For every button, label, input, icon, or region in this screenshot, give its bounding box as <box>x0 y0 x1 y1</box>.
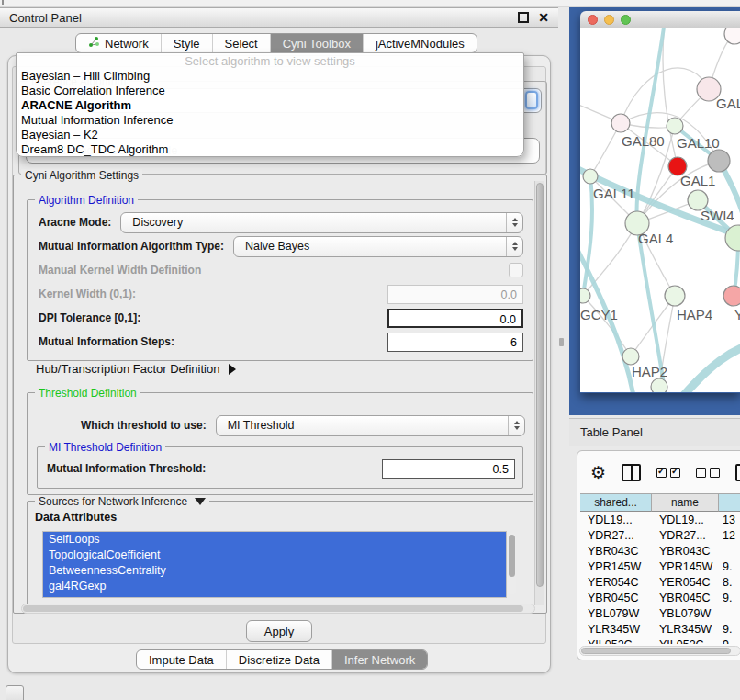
tab-impute-data[interactable]: Impute Data <box>137 650 226 669</box>
cell: YDR27... <box>652 529 719 542</box>
combobox-stepper-icon[interactable] <box>525 91 538 109</box>
tab-label: Style <box>174 37 200 51</box>
dropdown-item-basic-correlation-inference[interactable]: Basic Correlation Inference <box>17 84 523 98</box>
apply-button[interactable]: Apply <box>246 620 312 642</box>
settings-vertical-scrollbar[interactable] <box>534 181 544 605</box>
network-node[interactable] <box>651 378 667 392</box>
minimize-window-icon[interactable] <box>604 15 614 25</box>
cell: 9. <box>719 560 740 573</box>
mi-type-label: Mutual Information Algorithm Type: <box>39 240 224 253</box>
table-row[interactable]: YLR345WYLR345W9. <box>580 621 740 637</box>
dropdown-item-mutual-information-inference[interactable]: Mutual Information Inference <box>17 113 523 128</box>
zoom-window-icon[interactable] <box>621 15 631 25</box>
table-horizontal-scrollbar[interactable] <box>579 646 740 656</box>
attribute-item-selfloops[interactable]: SelfLoops <box>43 532 506 548</box>
manual-kernel-checkbox[interactable] <box>509 263 523 277</box>
table-panel-title: Table Panel <box>580 425 643 439</box>
tab-label: Discretize Data <box>239 653 320 667</box>
network-edge <box>683 344 740 392</box>
dropdown-item-bayesian-hill-climbing[interactable]: Bayesian – Hill Climbing <box>17 69 523 84</box>
which-threshold-combobox[interactable]: MI Threshold <box>216 415 525 436</box>
cell: 12 <box>719 529 740 542</box>
gear-icon[interactable]: ⚙ <box>590 464 606 481</box>
column-header-shared[interactable]: shared... <box>580 493 652 512</box>
hub-definition-expander[interactable]: Hub/Transcription Factor Definition <box>36 362 236 376</box>
attribute-item-gal4rgexp[interactable]: gal4RGexp <box>43 579 506 594</box>
network-node-y[interactable] <box>723 286 740 306</box>
table-row[interactable]: YDR27...YDR27...12 <box>580 527 740 543</box>
tab-label: Cyni Toolbox <box>283 37 351 51</box>
aracne-mode-combobox[interactable]: Discovery <box>120 212 523 233</box>
network-canvas[interactable]: GALGAL80GAL10GAL11GAL1SWI4GAL4GCY1HAP4YH… <box>580 28 740 392</box>
table-row[interactable]: YER054CYER054C8. <box>580 574 740 590</box>
cyni-algorithm-settings-group: Cyni Algorithm Settings Algorithm Defini… <box>13 175 547 614</box>
sources-group-title[interactable]: Sources for Network Inference <box>35 495 209 508</box>
tab-select[interactable]: Select <box>212 34 270 52</box>
close-window-icon[interactable] <box>588 15 598 25</box>
dropdown-item-dream8-dc-tdc-algorithm[interactable]: Dream8 DC_TDC Algorithm <box>17 142 523 157</box>
sources-group: Sources for Network Inference Data Attri… <box>27 501 533 609</box>
data-attributes-list[interactable]: SelfLoopsTopologicalCoefficientBetweenne… <box>42 531 507 598</box>
table-panel-titlebar: Table Panel <box>569 418 740 446</box>
dpi-tolerance-field[interactable]: 0.0 <box>387 309 523 328</box>
dropdown-item-aracne-algorithm[interactable]: ARACNE Algorithm <box>17 98 523 113</box>
table-row[interactable]: YBR043CYBR043C <box>580 543 740 559</box>
table-row[interactable]: YPR145WYPR145W9. <box>580 559 740 574</box>
dropdown-item-bayesian-k2[interactable]: Bayesian – K2 <box>17 128 523 142</box>
network-window: GALGAL80GAL10GAL11GAL1SWI4GAL4GCY1HAP4YH… <box>580 11 740 393</box>
settings-horizontal-scrollbar[interactable] <box>21 604 535 614</box>
table-row[interactable]: YDL19...YDL19...13 <box>580 512 740 527</box>
mi-threshold-field[interactable]: 0.5 <box>382 459 515 479</box>
stepper-icon <box>506 213 522 232</box>
network-node-gal11[interactable] <box>583 169 598 184</box>
network-node-gal10[interactable] <box>667 118 683 134</box>
table-row[interactable]: YIL052CYIL052C9. <box>580 637 740 644</box>
network-icon <box>88 36 100 51</box>
cell: 13 <box>719 514 740 526</box>
network-node-gal80[interactable] <box>611 114 630 132</box>
collapse-down-icon[interactable] <box>195 498 206 505</box>
tab-cyni-toolbox[interactable]: Cyni Toolbox <box>270 34 363 52</box>
network-node[interactable] <box>724 28 740 44</box>
network-node-gcy1[interactable] <box>580 288 590 303</box>
tab-jactivemnodules[interactable]: jActiveMNodules <box>363 34 477 52</box>
tab-network[interactable]: Network <box>76 34 161 52</box>
cell: YDL19... <box>652 514 719 526</box>
manual-kernel-label: Manual Kernel Width Definition <box>39 264 201 277</box>
mi-threshold-group: MI Threshold Definition Mutual Informati… <box>37 446 523 489</box>
new-column-icon[interactable] <box>735 464 740 481</box>
column-view-icon[interactable] <box>622 464 641 481</box>
tab-label: Network <box>105 37 149 51</box>
mi-steps-field[interactable]: 6 <box>387 333 523 352</box>
attributes-list-scrollbar[interactable] <box>508 533 516 594</box>
mi-type-combobox[interactable]: Naive Bayes <box>233 236 523 257</box>
tab-style[interactable]: Style <box>161 34 212 52</box>
expand-right-icon[interactable] <box>229 364 236 375</box>
select-all-icon[interactable] <box>656 468 680 478</box>
tab-label: Impute Data <box>149 653 214 667</box>
network-node-hap2[interactable] <box>622 348 639 365</box>
network-node[interactable] <box>708 150 730 172</box>
network-edge <box>663 28 678 166</box>
close-panel-icon[interactable]: ✕ <box>538 11 549 24</box>
float-panel-icon[interactable] <box>518 12 529 23</box>
tab-infer-network[interactable]: Infer Network <box>331 650 427 669</box>
column-header-name[interactable]: name <box>652 493 719 512</box>
table-row[interactable]: YBL079WYBL079W <box>580 605 740 621</box>
splitter-handle[interactable] <box>559 338 564 346</box>
network-edge <box>580 164 740 240</box>
network-node-hap4[interactable] <box>665 286 685 306</box>
attribute-item-betweennesscentrality[interactable]: BetweennessCentrality <box>43 563 506 579</box>
cell: 9. <box>719 623 740 636</box>
node-table: shared...nameA YDL19...YDL19...13YDR27..… <box>580 493 740 644</box>
cell: YIL052C <box>580 638 652 645</box>
attribute-item-topologicalcoefficient[interactable]: TopologicalCoefficient <box>43 548 506 563</box>
mini-panel-button[interactable] <box>6 685 24 700</box>
network-window-titlebar[interactable] <box>580 11 740 28</box>
table-row[interactable]: YBR045CYBR045C9. <box>580 590 740 605</box>
deselect-all-icon[interactable] <box>696 468 720 478</box>
column-header-a[interactable]: A <box>719 493 740 512</box>
which-threshold-value: MI Threshold <box>228 419 295 432</box>
tab-discretize-data[interactable]: Discretize Data <box>226 650 331 669</box>
corner-tick <box>2 0 4 5</box>
